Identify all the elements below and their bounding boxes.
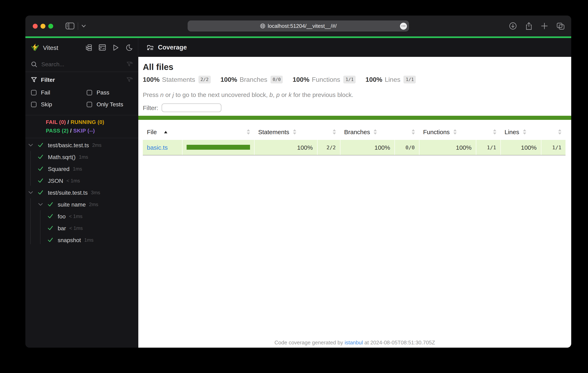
tree-row-test[interactable]: foo < 1ms [25, 210, 138, 222]
test-tree: test/basic.test.ts 2ms Math.sqrt() 1ms S… [25, 138, 138, 246]
toolbar-divider [78, 22, 78, 30]
pass-check-icon [37, 178, 44, 183]
tree-row-test[interactable]: JSON < 1ms [25, 175, 138, 186]
checkbox-icon[interactable] [31, 102, 36, 107]
checkbox-icon[interactable] [87, 90, 92, 95]
sorter-icon[interactable] [412, 129, 415, 135]
column-header-lines-raw[interactable] [541, 125, 566, 139]
sorter-icon[interactable] [333, 129, 336, 135]
coverage-filter-input[interactable] [161, 104, 221, 112]
checkbox-icon[interactable] [87, 102, 92, 107]
fraction-badge: 2/2 [199, 76, 211, 83]
coverage-report: All files 100% Statements 2/2 100% Branc… [138, 57, 571, 348]
pass-check-icon [47, 225, 54, 231]
column-header-statements-raw[interactable] [317, 125, 340, 139]
column-header-chart[interactable] [182, 125, 254, 139]
url-text: localhost:51204/__vitest__/#/ [268, 23, 337, 29]
tab-overview-icon[interactable] [556, 22, 565, 30]
summary-functions: 100% Functions 1/1 [293, 76, 356, 83]
filter-checkbox-pass[interactable]: Pass [87, 89, 133, 96]
tree-row-suite[interactable]: suite name 2ms [25, 198, 138, 210]
fraction-badge: 1/1 [404, 76, 416, 83]
checkbox-icon[interactable] [31, 90, 36, 95]
sorter-icon[interactable] [453, 129, 457, 135]
new-tab-icon[interactable] [541, 22, 548, 30]
pass-count: PASS (2) [46, 128, 69, 134]
sorter-icon[interactable] [293, 129, 296, 135]
column-header-branches-raw[interactable] [394, 125, 419, 139]
close-window-button[interactable] [33, 23, 38, 28]
sorter-icon[interactable] [558, 129, 561, 135]
coverage-table: File Statements Branches Functions Lines [143, 125, 566, 155]
file-link[interactable]: basic.ts [147, 144, 168, 151]
chevron-down-icon[interactable] [27, 143, 34, 147]
table-row: basic.ts 100% 2/2 100% 0/0 100% 1/1 100%… [143, 139, 566, 155]
tree-row-file[interactable]: test/suite.test.ts 3ms [25, 186, 138, 198]
fraction-badge: 0/0 [271, 76, 283, 83]
page-menu-button[interactable] [400, 22, 407, 30]
column-header-branches[interactable]: Branches [340, 125, 394, 139]
filter-title: Filter [41, 76, 55, 83]
clear-filter-icon[interactable] [126, 77, 133, 83]
app-title: Vitest [43, 44, 58, 51]
lines-pct-cell: 100% [500, 139, 541, 155]
app-header: Vitest [25, 38, 571, 57]
filter-checkbox-fail[interactable]: Fail [31, 89, 87, 96]
address-bar[interactable]: localhost:51204/__vitest__/#/ [188, 21, 409, 31]
downloads-icon[interactable] [509, 22, 517, 30]
tree-guide-line [30, 198, 31, 244]
dashboard-icon[interactable] [99, 44, 106, 51]
coverage-filter-row: Filter: [143, 104, 571, 112]
table-header-row: File Statements Branches Functions Lines [143, 125, 566, 139]
dark-mode-icon[interactable] [126, 44, 133, 51]
tree-row-test[interactable]: Squared 1ms [25, 163, 138, 175]
column-header-statements[interactable]: Statements [254, 125, 317, 139]
coverage-bar [186, 145, 250, 150]
sort-asc-icon [164, 131, 167, 133]
sorter-icon[interactable] [493, 129, 496, 135]
sorter-icon[interactable] [374, 129, 377, 135]
sorter-icon[interactable] [523, 129, 526, 135]
column-header-functions[interactable]: Functions [419, 125, 476, 139]
summary-lines: 100% Lines 1/1 [366, 76, 416, 83]
keyboard-hint: Press n or j to go to the next uncovered… [143, 91, 571, 98]
clear-search-filter-icon[interactable] [126, 61, 133, 67]
coverage-filter-label: Filter: [143, 104, 158, 111]
run-all-icon[interactable] [113, 44, 119, 51]
column-header-lines[interactable]: Lines [500, 125, 541, 139]
tree-row-test[interactable]: Math.sqrt() 1ms [25, 151, 138, 163]
chevron-down-icon[interactable] [81, 24, 86, 28]
tree-row-test[interactable]: bar < 1ms [25, 222, 138, 234]
screen: localhost:51204/__vitest__/#/ [0, 0, 588, 373]
tree-guide-line [30, 151, 31, 186]
column-header-functions-raw[interactable] [476, 125, 500, 139]
zoom-window-button[interactable] [48, 23, 53, 28]
functions-pct-cell: 100% [419, 139, 476, 155]
filter-checkbox-skip[interactable]: Skip [31, 101, 87, 108]
vitest-logo [31, 43, 39, 52]
share-icon[interactable] [525, 22, 532, 30]
file-cell: basic.ts [143, 139, 182, 155]
lines-frac-cell: 1/1 [541, 139, 566, 155]
functions-frac-cell: 1/1 [476, 139, 500, 155]
summary-branches: 100% Branches 0/0 [220, 76, 283, 83]
page-accent-line [25, 36, 571, 38]
column-header-file[interactable]: File [143, 125, 182, 139]
tree-row-test[interactable]: snapshot 1ms [25, 234, 138, 246]
sorter-icon[interactable] [247, 129, 250, 135]
sidebar-toggle-icon[interactable] [65, 22, 74, 30]
chevron-down-icon[interactable] [37, 203, 44, 206]
istanbul-link[interactable]: istanbul [345, 340, 363, 346]
filter-checkbox-only-tests[interactable]: Only Tests [87, 101, 133, 108]
search-input[interactable] [41, 61, 111, 67]
coverage-report-icon [147, 44, 154, 51]
run-status-summary: FAIL (0) / RUNNING (0) PASS (2) / SKIP (… [25, 115, 138, 138]
chevron-down-icon[interactable] [27, 191, 34, 194]
tree-row-file[interactable]: test/basic.test.ts 2ms [25, 139, 138, 151]
coverage-status-line [138, 116, 571, 120]
tests-tree-view-icon[interactable] [85, 44, 92, 51]
summary-statements: 100% Statements 2/2 [143, 76, 210, 83]
minimize-window-button[interactable] [41, 23, 45, 28]
fail-count: FAIL (0) [46, 119, 66, 125]
search-row [25, 57, 138, 72]
